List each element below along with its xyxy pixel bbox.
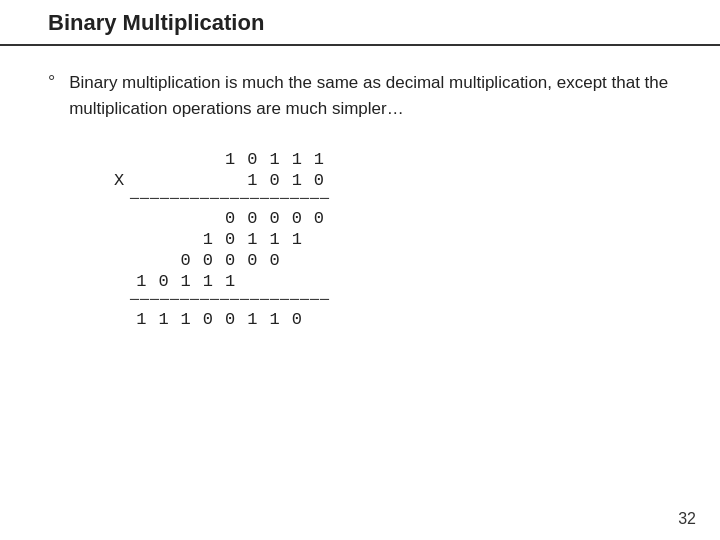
mplr-d3: 1 [286,170,308,191]
bullet-point: ° Binary multiplication is much the same… [48,70,672,121]
mult-d3: 1 [263,149,285,170]
mplr-d4: 0 [308,170,330,191]
mult-d5: 1 [308,149,330,170]
bullet-text: Binary multiplication is much the same a… [69,70,672,121]
separator-row-1: ──────────────────── [108,191,330,208]
mult-d4: 1 [286,149,308,170]
multiplier-row: X 1 0 1 0 [108,170,330,191]
math-table-area: 1 0 1 1 1 X 1 0 [48,149,672,330]
partial-product-4: 1 0 1 1 1 [108,271,330,292]
slide-title: Binary Multiplication [48,10,264,35]
content-area: ° Binary multiplication is much the same… [0,46,720,350]
title-bar: Binary Multiplication [0,0,720,46]
partial-product-3: 0 0 0 0 0 [108,250,330,271]
mult-d2: 0 [241,149,263,170]
result-row: 1 1 1 0 0 1 1 0 [108,309,330,330]
bullet-symbol: ° [48,72,55,93]
partial-product-1: 0 0 0 0 0 [108,208,330,229]
multiplication-table: 1 0 1 1 1 X 1 0 [108,149,330,330]
multiplicand-row: 1 0 1 1 1 [108,149,330,170]
page-number: 32 [678,510,696,528]
partial-product-2: 1 0 1 1 1 [108,229,330,250]
mplr-d1: 1 [241,170,263,191]
slide-container: Binary Multiplication ° Binary multiplic… [0,0,720,540]
separator-row-2: ──────────────────── [108,292,330,309]
mplr-d2: 0 [263,170,285,191]
mult-d1: 1 [219,149,241,170]
multiplier-label: X [108,170,130,191]
